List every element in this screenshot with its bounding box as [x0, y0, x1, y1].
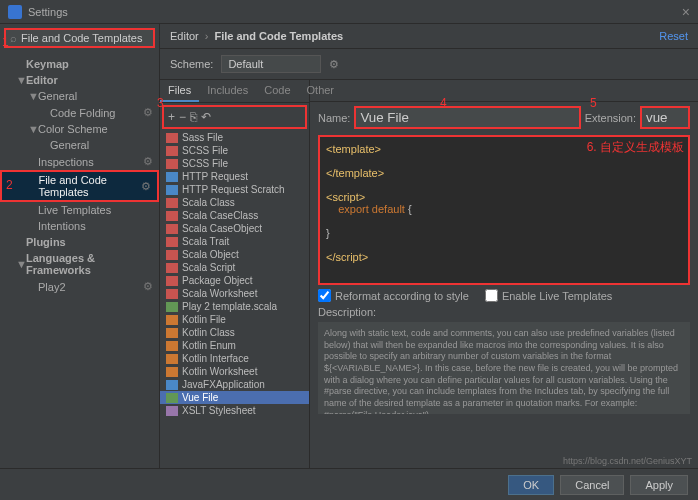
sidebar-item[interactable]: General: [0, 137, 159, 153]
file-icon: [166, 276, 178, 286]
template-tabs: FilesIncludesCodeOther: [160, 80, 309, 103]
breadcrumb-row: Editor › File and Code Templates Reset: [160, 24, 698, 49]
annotation-6: 6. 自定义生成模板: [587, 139, 684, 156]
list-item[interactable]: Kotlin File: [160, 313, 309, 326]
list-item[interactable]: HTTP Request: [160, 170, 309, 183]
scheme-row: Scheme: Default ⚙: [160, 49, 698, 80]
file-icon: [166, 380, 178, 390]
file-icon: [166, 393, 178, 403]
annotation-1: 1: [2, 35, 9, 49]
sidebar-item[interactable]: Intentions: [0, 218, 159, 234]
list-item[interactable]: Kotlin Worksheet: [160, 365, 309, 378]
watermark: https://blog.csdn.net/GeniusXYT: [563, 456, 692, 466]
file-panel: FilesIncludesCodeOther 3 + − ⎘ ↶ Sass Fi…: [160, 80, 310, 468]
list-item[interactable]: Scala Class: [160, 196, 309, 209]
sidebar-item[interactable]: ▼Languages & Frameworks: [0, 250, 159, 278]
sidebar-item[interactable]: Keymap: [0, 56, 159, 72]
cancel-button[interactable]: Cancel: [560, 475, 624, 495]
ok-button[interactable]: OK: [508, 475, 554, 495]
name-row: Name: Extension:: [310, 102, 698, 133]
sidebar-item[interactable]: Plugins: [0, 234, 159, 250]
annotation-2: 2: [6, 178, 13, 192]
list-item[interactable]: Scala CaseClass: [160, 209, 309, 222]
file-icon: [166, 263, 178, 273]
list-item[interactable]: Play 2 template.scala: [160, 300, 309, 313]
extension-input[interactable]: [640, 106, 690, 129]
remove-button[interactable]: −: [179, 110, 186, 124]
list-item[interactable]: Scala CaseObject: [160, 222, 309, 235]
dialog-footer: OK Cancel Apply: [0, 468, 698, 500]
file-icon: [166, 341, 178, 351]
search-icon: ⌕: [10, 32, 17, 44]
file-icon: [166, 159, 178, 169]
editor-panel: 4 5 Name: Extension: 6. 自定义生成模板 <templat…: [310, 80, 698, 468]
reformat-checkbox[interactable]: Reformat according to style: [318, 289, 469, 302]
scheme-label: Scheme:: [170, 58, 213, 70]
list-item[interactable]: Scala Trait: [160, 235, 309, 248]
search-box[interactable]: ⌕ ×: [4, 28, 155, 48]
sidebar-item[interactable]: ▼Editor: [0, 72, 159, 88]
list-item[interactable]: Kotlin Enum: [160, 339, 309, 352]
add-button[interactable]: +: [168, 110, 175, 124]
annotation-4: 4: [440, 96, 447, 110]
list-item[interactable]: JavaFXApplication: [160, 378, 309, 391]
list-item[interactable]: Scala Script: [160, 261, 309, 274]
extension-label: Extension:: [585, 112, 636, 124]
template-editor[interactable]: 6. 自定义生成模板 <template> </template> <scrip…: [318, 135, 690, 285]
tab-files[interactable]: Files: [160, 80, 199, 102]
file-icon: [166, 211, 178, 221]
sidebar: ⌕ × 1 2 Keymap▼Editor▼GeneralCode Foldin…: [0, 24, 160, 468]
template-toolbar: + − ⎘ ↶: [162, 105, 307, 129]
sidebar-item[interactable]: Play2⚙: [0, 278, 159, 295]
tab-includes[interactable]: Includes: [199, 80, 256, 102]
options-row: Reformat according to style Enable Live …: [310, 287, 698, 304]
sidebar-item[interactable]: ▼General: [0, 88, 159, 104]
list-item[interactable]: Vue File: [160, 391, 309, 404]
list-item[interactable]: SCSS File: [160, 157, 309, 170]
file-icon: [166, 315, 178, 325]
name-label: Name:: [318, 112, 350, 124]
copy-button[interactable]: ⎘: [190, 110, 197, 124]
file-icon: [166, 237, 178, 247]
search-input[interactable]: [21, 32, 159, 44]
close-icon[interactable]: ×: [682, 4, 690, 20]
name-input[interactable]: [354, 106, 580, 129]
sidebar-item[interactable]: Inspections⚙: [0, 153, 159, 170]
sidebar-item[interactable]: ▼Color Scheme: [0, 121, 159, 137]
file-icon: [166, 302, 178, 312]
sidebar-item[interactable]: Code Folding⚙: [0, 104, 159, 121]
titlebar: Settings ×: [0, 0, 698, 24]
apply-button[interactable]: Apply: [630, 475, 688, 495]
gear-icon[interactable]: ⚙: [329, 58, 339, 71]
undo-button[interactable]: ↶: [201, 110, 211, 124]
tab-code[interactable]: Code: [256, 80, 298, 102]
file-icon: [166, 328, 178, 338]
file-icon: [166, 185, 178, 195]
settings-tree: Keymap▼Editor▼GeneralCode Folding⚙▼Color…: [0, 52, 159, 468]
list-item[interactable]: HTTP Request Scratch: [160, 183, 309, 196]
file-icon: [166, 198, 178, 208]
list-item[interactable]: XSLT Stylesheet: [160, 404, 309, 417]
file-icon: [166, 354, 178, 364]
live-templates-checkbox[interactable]: Enable Live Templates: [485, 289, 612, 302]
list-item[interactable]: Scala Worksheet: [160, 287, 309, 300]
list-item[interactable]: Kotlin Class: [160, 326, 309, 339]
sidebar-item[interactable]: File and Code Templates⚙: [0, 170, 159, 202]
list-item[interactable]: Kotlin Interface: [160, 352, 309, 365]
file-icon: [166, 172, 178, 182]
list-item[interactable]: Package Object: [160, 274, 309, 287]
annotation-3: 3: [160, 96, 164, 110]
list-item[interactable]: Sass File: [160, 131, 309, 144]
scheme-select[interactable]: Default: [221, 55, 321, 73]
list-item[interactable]: Scala Object: [160, 248, 309, 261]
breadcrumb-root: Editor: [170, 30, 199, 42]
list-item[interactable]: SCSS File: [160, 144, 309, 157]
file-icon: [166, 406, 178, 416]
spacer: [310, 80, 698, 102]
breadcrumb-leaf: File and Code Templates: [214, 30, 343, 42]
sidebar-item[interactable]: Live Templates: [0, 202, 159, 218]
file-icon: [166, 289, 178, 299]
reset-link[interactable]: Reset: [659, 30, 688, 42]
file-icon: [166, 224, 178, 234]
template-list[interactable]: Sass FileSCSS FileSCSS FileHTTP RequestH…: [160, 131, 309, 468]
